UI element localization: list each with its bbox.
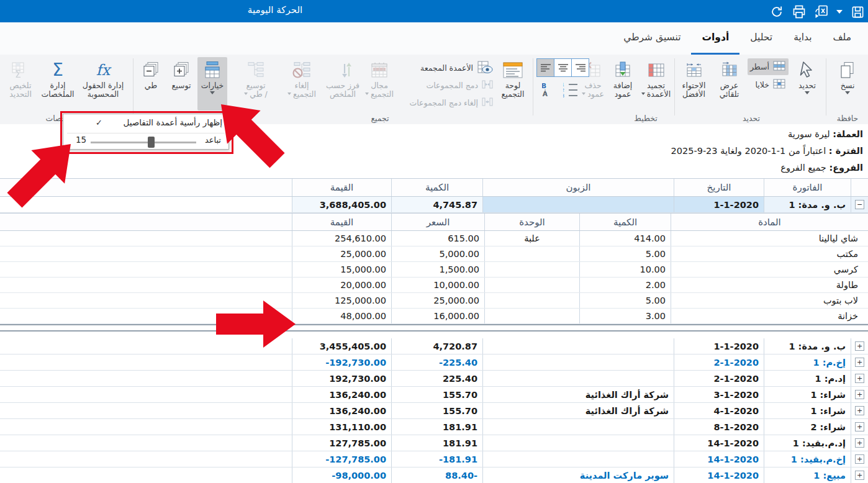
numbered-list-icon[interactable]: 123 — [563, 81, 580, 98]
data-grid: الفاتورةالتاريخالزبونالكميةالقيمة−ب. و. … — [0, 178, 868, 483]
spacing-slider-track[interactable] — [91, 142, 196, 143]
unit-cell: علبة — [484, 231, 579, 246]
detail-column-header[interactable]: المادة — [671, 214, 868, 230]
align-center-button[interactable] — [554, 58, 572, 77]
svg-text:X: X — [821, 8, 825, 14]
expand-toggle-icon[interactable]: + — [855, 454, 864, 464]
detail-column-header[interactable]: الوحدة — [484, 214, 579, 230]
tab-tools[interactable]: أدوات — [691, 22, 739, 55]
manage-calculated-fields-button[interactable]: fx إدارة الحقول المحسوبة — [78, 57, 128, 111]
column-header[interactable]: الكمية — [391, 179, 482, 196]
print-icon[interactable] — [791, 4, 807, 20]
data-row[interactable]: +شراء: 14-1-2020شركة أراك الغذائية155.70… — [0, 403, 868, 419]
collapse-all-button[interactable]: طي — [137, 57, 165, 111]
date-cell: 3-1-2020 — [674, 387, 764, 402]
customer-cell: شركة أراك الغذائية — [482, 387, 674, 402]
expand-toggle-icon[interactable]: + — [855, 438, 864, 448]
tab-conditional-formatting[interactable]: تنسيق شرطي — [613, 22, 691, 55]
menu-item-label: إظهار رأسية أعمدة التفاصيل — [123, 117, 222, 127]
expand-cell: + — [851, 338, 868, 354]
expand-toggle-icon[interactable]: + — [855, 422, 864, 431]
invoice-cell: ب. و. مدة: 1 — [764, 197, 851, 212]
tab-file[interactable]: ملف — [823, 22, 862, 55]
button-label: الاحتواء الأفضل — [682, 81, 706, 99]
show-detail-headers-menu-item[interactable]: ✓ إظهار رأسية أعمدة التفاصيل — [63, 115, 228, 132]
detail-row[interactable]: كرسي10.001,500.0015,000.00 — [0, 262, 868, 278]
data-row[interactable]: +مبيع: 114-1-2020سوبر ماركت المدينة88.40… — [0, 467, 868, 483]
spacing-slider-thumb[interactable] — [148, 137, 155, 148]
sort-alphabetical-icon[interactable]: ABA — [541, 81, 559, 98]
expand-toggle-icon[interactable]: + — [855, 390, 864, 399]
auto-width-button[interactable]: عرض تلقائي — [712, 57, 747, 111]
data-row[interactable]: +شراء: 28-1-2020181.91131,110.00 — [0, 419, 868, 435]
data-row[interactable]: +شراء: 13-1-2020شركة أراك الغذائية155.70… — [0, 387, 868, 403]
detail-row[interactable]: طاولة2.0010,000.0020,000.00 — [0, 278, 868, 293]
column-header[interactable]: الزبون — [482, 179, 674, 196]
data-row[interactable]: +إخ.م: 12-1-2020-225.40-192,730.00 — [0, 354, 868, 371]
column-header[interactable]: القيمة — [292, 179, 391, 196]
sort-by-summary-button: Σ فرز حسب الملخص — [324, 57, 361, 111]
expand-all-button[interactable]: توسيع — [166, 57, 196, 111]
expand-toggle-icon[interactable]: + — [855, 406, 864, 415]
select-cursor-icon — [799, 59, 815, 81]
invoice-cell: إد.م: 1 — [764, 371, 851, 386]
value-cell: 20,000.00 — [292, 278, 391, 292]
group-panel-button[interactable]: لوحة التجميع — [495, 57, 530, 111]
unit-cell — [484, 246, 579, 261]
data-row[interactable]: +إد.م.بقيد: 114-1-2020181.91127,785.00 — [0, 435, 868, 451]
column-header[interactable]: التاريخ — [674, 179, 764, 196]
detail-row[interactable]: مكتب5.005,000.0025,000.00 — [0, 246, 868, 262]
price-cell: 1,500.00 — [391, 262, 484, 277]
data-row[interactable]: +إد.م: 12-1-2020225.40192,730.00 — [0, 371, 868, 387]
master-row[interactable]: −ب. و. مدة: 11-1-20204,745.873,688,405.0… — [0, 197, 868, 213]
grouped-columns-button[interactable]: الأعمدة المجمعة — [397, 60, 493, 76]
cells-select-toggle[interactable]: خلايا — [748, 76, 789, 93]
detail-row[interactable]: لاب بتوب5.0025,000.00125,000.00 — [0, 293, 868, 309]
align-left-button[interactable] — [536, 58, 554, 77]
date-cell: 2-1-2020 — [674, 354, 764, 370]
date-cell: 14-1-2020 — [674, 467, 764, 483]
manage-summaries-button[interactable]: Σ إدارة الملخصات — [38, 57, 77, 111]
options-button[interactable]: خيارات — [197, 57, 227, 111]
refresh-icon[interactable] — [769, 4, 784, 20]
detail-column-header[interactable]: السعر — [391, 214, 484, 230]
invoice-cell: مبيع: 1 — [764, 467, 851, 483]
invoice-cell: شراء: 1 — [764, 403, 851, 418]
expand-toggle-icon[interactable]: + — [855, 471, 864, 480]
detail-row[interactable]: شاي ليالينا414.00علبة615.00254,610.00 — [0, 231, 868, 246]
detail-column-header[interactable]: القيمة — [292, 214, 391, 230]
button-label: مجال التجميع — [365, 81, 394, 99]
copy-button[interactable]: نسخ — [830, 57, 866, 111]
freeze-columns-button[interactable]: تجميد الأعمدة — [638, 57, 674, 111]
detail-column-header[interactable]: الكمية — [579, 214, 671, 230]
detail-row[interactable]: خزانة3.0016,000.0048,000.00 — [0, 309, 868, 324]
tab-home[interactable]: بداية — [783, 22, 822, 55]
data-row[interactable]: +إخ.م.بقيد: 114-1-2020-181.91-127,785.00 — [0, 451, 868, 467]
expand-toggle-icon[interactable]: + — [855, 358, 864, 367]
column-header[interactable]: الفاتورة — [764, 179, 851, 196]
align-right-button[interactable] — [571, 58, 589, 77]
data-row[interactable]: +ب. و. مدة: 11-1-20204,720.873,455,405.0… — [0, 338, 868, 354]
filler-cell — [0, 197, 292, 212]
export-excel-icon[interactable]: X — [813, 4, 829, 20]
item-label: الأعمدة المجمعة — [420, 63, 473, 73]
filler-cell — [0, 403, 292, 418]
save-icon[interactable] — [850, 4, 866, 20]
material-cell: خزانة — [671, 309, 868, 323]
export-dropdown-caret-icon[interactable] — [836, 4, 843, 20]
customer-cell — [482, 371, 674, 386]
best-fit-button[interactable]: الاحتواء الأفضل — [677, 57, 711, 111]
value-cell: -98,000.00 — [292, 467, 391, 483]
material-cell: مكتب — [671, 246, 868, 261]
add-column-button[interactable]: إضافة عمود — [608, 57, 637, 111]
select-button[interactable]: تحديد — [790, 57, 825, 111]
collapse-toggle-icon[interactable]: − — [855, 200, 864, 209]
toggle-label: خلايا — [756, 80, 769, 89]
rows-select-toggle[interactable]: أسطر — [748, 58, 789, 75]
sigma-icon: Σ — [52, 59, 63, 81]
tab-analysis[interactable]: تحليل — [739, 22, 783, 55]
group-label-layout: تخطيط — [616, 114, 676, 124]
customer-cell — [482, 435, 674, 451]
expand-toggle-icon[interactable]: + — [855, 374, 864, 383]
expand-toggle-icon[interactable]: + — [855, 341, 864, 351]
